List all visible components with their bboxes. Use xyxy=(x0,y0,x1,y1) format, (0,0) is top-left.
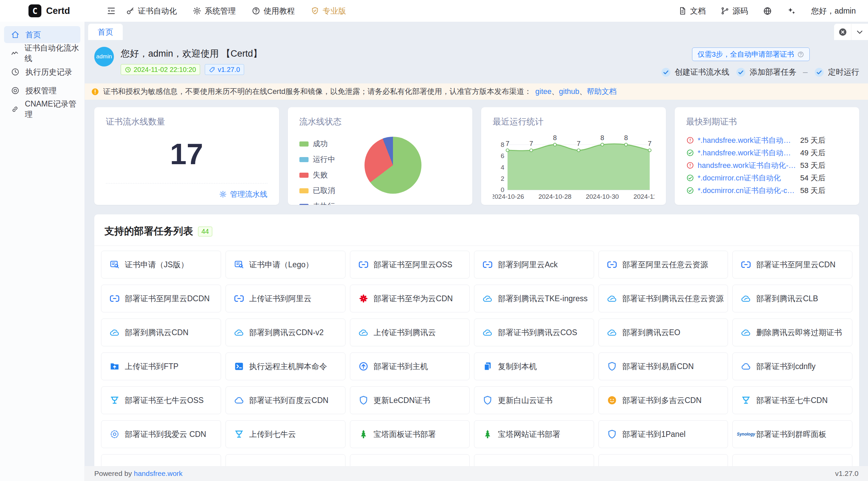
tab-home[interactable]: 首页 xyxy=(88,24,123,40)
cert-expiry-days: 58 天后 xyxy=(800,186,837,196)
notice-text: 证书和授权为敏感信息，不要使用来历不明的在线Certd服务和镜像，以免泄露；请务… xyxy=(103,86,532,97)
expiring-cert-row-4[interactable]: *.docmirror.cn证书自动化-certd-doc58 天后 xyxy=(686,184,848,197)
task-card-1[interactable]: 证书申请（Lego） xyxy=(225,251,346,278)
close-all-tabs-button[interactable] xyxy=(834,24,851,40)
expiring-cert-row-2[interactable]: handsfree.work证书自动化-zerossl53 天后 xyxy=(686,159,848,172)
nav-item-1[interactable]: 系统管理 xyxy=(193,6,236,16)
legend-item-3[interactable]: 已取消 xyxy=(299,186,335,196)
task-card-24[interactable]: 部署证书至七牛云OSS xyxy=(101,386,221,414)
svg-text:4: 4 xyxy=(501,164,505,171)
task-count-badge: 44 xyxy=(198,227,212,236)
task-card-10[interactable]: 部署证书到腾讯云任意云资源 xyxy=(598,285,728,312)
expiring-cert-row-0[interactable]: *.handsfree.work证书自动化-lego25 天后 xyxy=(686,134,848,147)
task-card-33[interactable]: 宝塔网站证书部署 xyxy=(474,420,594,448)
task-card-14[interactable]: 上传证书到腾讯云 xyxy=(350,319,470,346)
task-card-32[interactable]: 宝塔面板证书部署 xyxy=(350,420,470,448)
notice-link-帮助文档[interactable]: 帮助文档 xyxy=(587,87,616,96)
task-card-17[interactable]: 删除腾讯云即将过期证书 xyxy=(732,319,852,346)
task-card-25[interactable]: 部署证书到百度云CDN xyxy=(225,386,346,414)
task-card-9[interactable]: 部署到腾讯云TKE-ingress xyxy=(474,285,594,312)
task-card-30[interactable]: 部署证书到我爱云 CDN xyxy=(101,420,221,448)
source-link[interactable]: 源码 xyxy=(721,6,748,16)
task-card-7[interactable]: 上传证书到阿里云 xyxy=(225,285,346,312)
handsfree-link[interactable]: handsfree.work xyxy=(134,469,183,477)
gear-icon xyxy=(193,6,201,15)
task-card-8[interactable]: 部署证书至华为云CDN xyxy=(350,285,470,312)
security-notice: 证书和授权为敏感信息，不要使用来历不明的在线Certd服务和镜像，以免泄露；请务… xyxy=(85,83,868,100)
task-card-19[interactable]: 执行远程主机脚本命令 xyxy=(225,352,346,380)
task-card-4[interactable]: 部署至阿里云任意云资源 xyxy=(598,251,728,278)
tencent-icon xyxy=(607,327,617,338)
svg-text:2024-10-26: 2024-10-26 xyxy=(493,193,524,200)
task-card-2[interactable]: 部署证书至阿里云OSS xyxy=(350,251,470,278)
menu-collapse-icon[interactable] xyxy=(106,6,116,16)
task-card-18[interactable]: 上传证书到FTP xyxy=(101,352,221,380)
nav-item-3[interactable]: 专业版 xyxy=(311,6,346,16)
task-card-34[interactable]: 部署证书到1Panel xyxy=(598,420,728,448)
setup-step-0: 创建证书流水线 xyxy=(661,67,729,77)
sidebar-item-4[interactable]: CNAME记录管理 xyxy=(4,101,80,118)
task-card-35[interactable]: Synology部署证书到群晖面板 xyxy=(732,420,852,448)
task-card-22[interactable]: 部署证书到易盾CDN xyxy=(598,352,728,380)
globe-icon[interactable] xyxy=(763,6,772,16)
time-badge: 2024-11-02 22:10:20 xyxy=(121,64,200,75)
cert-name[interactable]: *.handsfree.work证书自动化-lego xyxy=(698,135,797,146)
sparkles-icon[interactable] xyxy=(787,6,796,16)
legend-item-0[interactable]: 成功 xyxy=(299,139,335,149)
task-card-26[interactable]: 更新LeCDN证书 xyxy=(350,386,470,414)
task-card-23[interactable]: 部署证书到cdnfly xyxy=(732,352,852,380)
nav-item-2[interactable]: 使用教程 xyxy=(252,6,295,16)
sidebar-item-1[interactable]: 证书自动化流水线 xyxy=(4,45,80,62)
svg-text:8: 8 xyxy=(501,141,505,148)
stat-cards-row: 证书流水线数量 17 管理流水线 流水线状态 成功运行中失败已取消未执行 最近运… xyxy=(94,107,859,205)
task-card-21[interactable]: 复制到本机 xyxy=(474,352,594,380)
notice-link-github[interactable]: github xyxy=(559,87,579,96)
task-card-12[interactable]: 部署到腾讯云CDN xyxy=(101,319,221,346)
promo-badge[interactable]: 仅需3步，全自动申请部署证书 xyxy=(692,47,810,61)
task-card-27[interactable]: 更新白山云证书 xyxy=(474,386,594,414)
user-greeting[interactable]: 您好，admin xyxy=(811,6,856,16)
sidebar-item-2[interactable]: 执行历史记录 xyxy=(4,63,80,80)
task-card-31[interactable]: 上传到七牛云 xyxy=(225,420,346,448)
task-card-6[interactable]: 部署证书至阿里云DCDN xyxy=(101,285,221,312)
nav-item-label: 使用教程 xyxy=(264,6,295,16)
task-card-15[interactable]: 部署证书到腾讯云COS xyxy=(474,319,594,346)
cert-icon xyxy=(234,259,244,270)
task-label: 部署证书到易盾CDN xyxy=(622,361,694,372)
task-card-11[interactable]: 部署到腾讯云CLB xyxy=(732,285,852,312)
legend-item-4[interactable]: 未执行 xyxy=(299,201,335,205)
task-card-0[interactable]: 证书申请（JS版） xyxy=(101,251,221,278)
task-card-28[interactable]: 部署证书到多吉云CDN xyxy=(598,386,728,414)
task-card-16[interactable]: 部署到腾讯云EO xyxy=(598,319,728,346)
nav-item-0[interactable]: 证书自动化 xyxy=(126,6,177,16)
cert-icon xyxy=(110,259,120,270)
expiring-cert-row-1[interactable]: *.handsfree.work证书自动化--zerossl49 天后 xyxy=(686,147,848,159)
task-label: 部署到腾讯云TKE-ingress xyxy=(498,293,588,304)
app-header: C Certd 证书自动化系统管理使用教程专业版 文档 源码 您好，admin xyxy=(0,0,868,22)
task-label: 上传到七牛云 xyxy=(249,429,296,440)
sidebar-item-3[interactable]: 授权管理 xyxy=(4,82,80,99)
sidebar: 首页证书自动化流水线执行历史记录授权管理CNAME记录管理 xyxy=(0,22,85,481)
time-value: 2024-11-02 22:10:20 xyxy=(134,66,196,73)
sidebar-item-0[interactable]: 首页 xyxy=(4,26,80,43)
notice-link-gitee[interactable]: gitee xyxy=(535,87,552,96)
cert-name[interactable]: *.handsfree.work证书自动化--zerossl xyxy=(698,148,797,158)
task-card-3[interactable]: 部署到阿里云Ack xyxy=(474,251,594,278)
docs-link[interactable]: 文档 xyxy=(678,6,706,16)
manage-pipelines-link[interactable]: 管理流水线 xyxy=(219,189,268,199)
legend-item-2[interactable]: 失败 xyxy=(299,170,335,180)
nav-item-label: 证书自动化 xyxy=(138,6,177,16)
task-card-29[interactable]: 部署证书至七牛CDN xyxy=(732,386,852,414)
tabs-menu-button[interactable] xyxy=(851,24,868,40)
legend-item-1[interactable]: 运行中 xyxy=(299,154,335,165)
task-card-5[interactable]: 部署证书至阿里云CDN xyxy=(732,251,852,278)
task-card-13[interactable]: 部署到腾讯云CDN-v2 xyxy=(225,319,346,346)
main-nav: 证书自动化系统管理使用教程专业版 xyxy=(126,6,346,16)
cert-name[interactable]: *.docmirror.cn证书自动化 xyxy=(698,173,797,183)
cert-name[interactable]: handsfree.work证书自动化-zerossl xyxy=(698,160,797,171)
cert-name[interactable]: *.docmirror.cn证书自动化-certd-doc xyxy=(698,186,797,196)
task-label: 部署证书到主机 xyxy=(374,361,428,372)
task-card-20[interactable]: 部署证书到主机 xyxy=(350,352,470,380)
svg-text:2: 2 xyxy=(501,175,505,182)
expiring-cert-row-3[interactable]: *.docmirror.cn证书自动化54 天后 xyxy=(686,172,848,184)
